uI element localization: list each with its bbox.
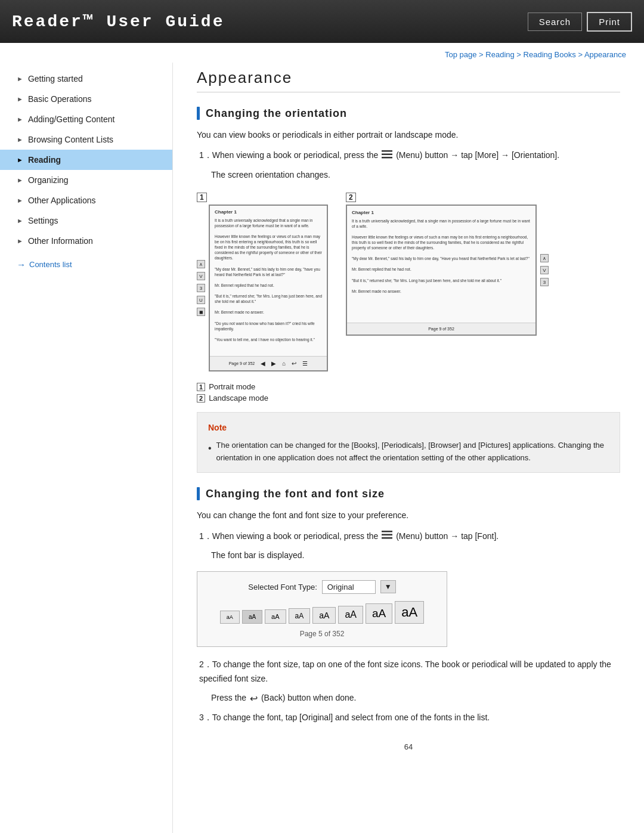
font-size-btn-5[interactable]: aA [312, 607, 336, 624]
section1-step1: 1．When viewing a book or periodical, pre… [197, 148, 620, 163]
main-content: Appearance Changing the orientation You … [173, 63, 644, 833]
breadcrumb-top[interactable]: Top page [445, 50, 477, 59]
nav-button-3[interactable]: 3 [197, 284, 205, 292]
landscape-chapter: Chapter 1 [352, 209, 531, 216]
header: Reader™ User Guide Search Print [0, 0, 644, 43]
sidebar-item-label: Settings [28, 216, 58, 225]
contents-link-label: Contents list [29, 260, 72, 269]
font-type-select[interactable]: Original [322, 580, 376, 594]
arrow-icon: ► [17, 176, 23, 184]
section1-title: Changing the orientation [206, 107, 347, 120]
section-bar-icon2 [197, 487, 200, 500]
sidebar-item-settings[interactable]: ► Settings [0, 210, 172, 231]
arrow-icon: ► [17, 75, 23, 82]
section2-step2: 2．To change the font size, tap on one of… [197, 658, 620, 686]
contents-arrow-icon: → [17, 259, 26, 270]
search-button[interactable]: Search [528, 13, 583, 31]
landscape-nav-3[interactable]: 3 [540, 278, 549, 286]
breadcrumb-reading[interactable]: Reading [485, 50, 514, 59]
step2-sub-prefix: Press the [211, 693, 246, 703]
devices-container: 1 ∧ V 3 U ◼ Chapter 1 It is a truth univ [197, 193, 620, 371]
nav-button-up[interactable]: ∧ [197, 260, 205, 268]
svg-rect-0 [382, 150, 392, 152]
font-type-label: Selected Font Type: [248, 583, 317, 592]
font-size-label-5: aA [319, 611, 329, 620]
font-size-label-2: aA [249, 614, 256, 620]
font-size-btn-8[interactable]: aA [395, 601, 424, 624]
sidebar-item-label: Basic Operations [28, 94, 92, 104]
section2-step2-sub: Press the ↩ (Back) button when done. [197, 690, 620, 707]
svg-rect-1 [382, 153, 392, 155]
landscape-nav-1[interactable]: ∧ [540, 254, 549, 262]
landscape-nav-2[interactable]: V [540, 266, 549, 274]
section2-step3: 3．To change the font, tap [Original] and… [197, 711, 620, 725]
step1-arrow2: → [501, 150, 512, 160]
menu-btn[interactable]: ☰ [302, 360, 308, 367]
arrow-icon: ► [17, 237, 23, 244]
font-size-label-4: aA [295, 612, 304, 620]
font-size-label-7: aA [372, 607, 386, 620]
sidebar-item-label: Other Applications [28, 196, 96, 205]
sidebar-item-other-applications[interactable]: ► Other Applications [0, 190, 172, 210]
font-bar-container: Selected Font Type: Original ▼ aA aA aA … [197, 571, 447, 647]
section2-title: Changing the font and font size [206, 488, 385, 500]
font-size-btn-1[interactable]: aA [220, 611, 240, 624]
section2-step1-sub: The font bar is displayed. [197, 549, 620, 563]
portrait-num: 1 [197, 193, 207, 202]
font-bar-row1: Selected Font Type: Original ▼ [209, 580, 435, 594]
sidebar-item-label: Adding/Getting Content [28, 114, 115, 124]
portrait-bottom-bar: Page 9 of 352 ◀ ▶ ⌂ ↩ ☰ [210, 356, 327, 370]
sidebar-item-other-information[interactable]: ► Other Information [0, 231, 172, 251]
note-title: Note [208, 421, 609, 434]
section2-step1-arrow: → [450, 531, 461, 541]
portrait-mode-label: 1 Portrait mode [197, 382, 620, 391]
font-dropdown-icon[interactable]: ▼ [380, 580, 396, 593]
sidebar: ► Getting started ► Basic Operations ► A… [0, 63, 173, 833]
landscape-page-label: Page 9 of 352 [428, 327, 454, 331]
nav-prev[interactable]: ◀ [261, 360, 265, 367]
nav-button-v[interactable]: V [197, 272, 205, 280]
sidebar-item-browsing-content-lists[interactable]: ► Browsing Content Lists [0, 129, 172, 150]
print-button[interactable]: Print [587, 12, 632, 32]
svg-rect-3 [382, 531, 392, 532]
landscape-device: Chapter 1 It is a truth universally ackn… [346, 205, 537, 336]
portrait-mode-num: 1 [197, 383, 205, 391]
back-btn[interactable]: ↩ [292, 360, 296, 367]
font-size-label-3: aA [271, 613, 279, 620]
portrait-chapter: Chapter 1 [215, 209, 322, 215]
landscape-bottom-bar: Page 9 of 352 [347, 323, 535, 335]
sidebar-item-label: Getting started [28, 74, 83, 83]
step1-tap: tap [More] [461, 150, 499, 160]
nav-button-u[interactable]: U [197, 296, 205, 304]
sidebar-item-label: Other Information [28, 236, 93, 246]
svg-rect-5 [382, 537, 392, 539]
sidebar-item-reading[interactable]: ► Reading [0, 150, 172, 170]
sidebar-item-basic-operations[interactable]: ► Basic Operations [0, 89, 172, 109]
font-size-btn-2[interactable]: aA [242, 610, 262, 624]
font-size-btn-6[interactable]: aA [338, 606, 363, 624]
back-icon: ↩ [250, 690, 258, 707]
home-icon[interactable]: ⌂ [282, 360, 286, 367]
section1-step1-sub: The screen orientation changes. [197, 168, 620, 182]
sidebar-item-label: Browsing Content Lists [28, 135, 113, 144]
landscape-mode-num: 2 [197, 394, 205, 402]
sidebar-item-getting-started[interactable]: ► Getting started [0, 69, 172, 89]
breadcrumb-current: Appearance [584, 50, 626, 59]
landscape-device-wrapper: 2 Chapter 1 It is a truth universally ac… [346, 193, 549, 336]
landscape-mode-text: Landscape mode [209, 394, 268, 402]
nav-next[interactable]: ▶ [271, 360, 276, 367]
contents-list-link[interactable]: → Contents list [0, 251, 172, 278]
font-size-btn-7[interactable]: aA [366, 603, 392, 624]
font-size-btn-3[interactable]: aA [265, 609, 286, 624]
note-item: • The orientation can be changed for the… [208, 439, 609, 465]
sidebar-item-organizing[interactable]: ► Organizing [0, 170, 172, 190]
font-size-btn-4[interactable]: aA [289, 608, 311, 624]
sidebar-item-adding-getting-content[interactable]: ► Adding/Getting Content [0, 109, 172, 129]
font-size-label-8: aA [401, 605, 417, 620]
note-text: The orientation can be changed for the [… [216, 439, 609, 465]
portrait-device: Chapter 1 It is a truth universally ackn… [209, 205, 328, 371]
nav-button-down[interactable]: ◼ [197, 308, 205, 316]
note-box: Note • The orientation can be changed fo… [197, 412, 620, 473]
breadcrumb-reading-books[interactable]: Reading Books [524, 50, 576, 59]
section2-step1-tap: tap [Font]. [461, 531, 499, 541]
